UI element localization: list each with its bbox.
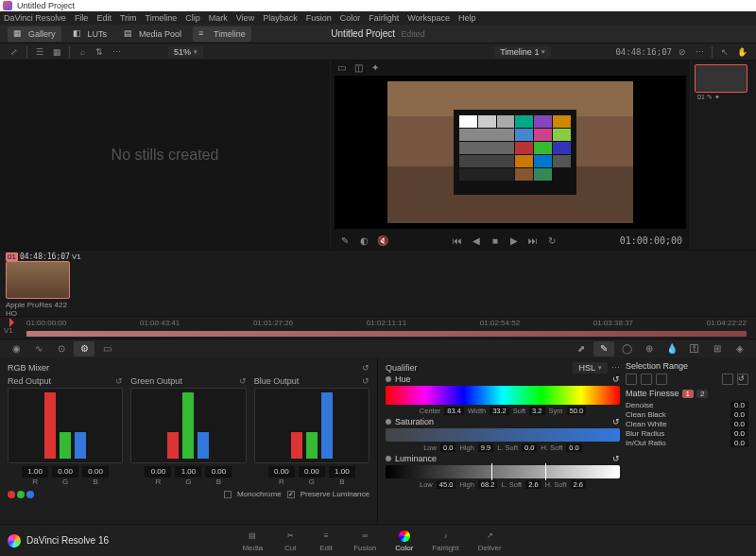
picker-sub-icon[interactable] bbox=[656, 374, 667, 385]
options2-icon[interactable]: ⋯ bbox=[693, 45, 706, 59]
menu-fusion[interactable]: Fusion bbox=[306, 13, 332, 23]
menu-playback[interactable]: Playback bbox=[263, 13, 298, 23]
stop-button[interactable]: ■ bbox=[489, 234, 502, 247]
mini-timeline[interactable]: 01:00:00:0001:00:43:4101:01:27:2601:02:1… bbox=[0, 316, 756, 339]
zoom-dropdown[interactable]: 51% bbox=[168, 46, 203, 58]
page-color[interactable]: Color bbox=[395, 530, 413, 552]
menu-edit[interactable]: Edit bbox=[96, 13, 112, 23]
loop-button[interactable]: ↻ bbox=[545, 234, 558, 247]
clip-thumbnail[interactable]: 0104:48:16;07V1 Apple ProRes 422 HQ bbox=[6, 252, 72, 318]
grid-icon[interactable]: ▦ bbox=[50, 45, 63, 59]
viewer-split-icon[interactable]: ◫ bbox=[352, 61, 365, 74]
curves-icon[interactable]: ∿ bbox=[28, 341, 49, 356]
page-fusion[interactable]: ∞Fusion bbox=[353, 530, 376, 552]
play-button[interactable]: ▶ bbox=[507, 234, 521, 247]
primaries-icon[interactable]: ◉ bbox=[6, 341, 26, 356]
menu-view[interactable]: View bbox=[236, 13, 254, 23]
preserve-lum-checkbox[interactable] bbox=[287, 491, 295, 498]
window-icon[interactable]: ◯ bbox=[616, 341, 637, 356]
menu-timeline[interactable]: Timeline bbox=[146, 13, 178, 23]
wipe-icon[interactable]: ◐ bbox=[357, 234, 370, 247]
menu-app[interactable]: DaVinci Resolve bbox=[4, 13, 66, 23]
menu-file[interactable]: File bbox=[75, 13, 89, 23]
page-edit[interactable]: ≡Edit bbox=[318, 530, 335, 552]
qualifier-icon[interactable]: ✎ bbox=[593, 341, 614, 356]
next-frame-button[interactable]: ⏭ bbox=[526, 234, 540, 247]
picker-tool-icon[interactable] bbox=[626, 374, 637, 385]
invert-icon[interactable] bbox=[722, 374, 733, 385]
first-frame-button[interactable]: ⏮ bbox=[451, 234, 464, 247]
node-01[interactable]: 01 ✎ ✦ bbox=[695, 64, 747, 93]
gallery-button[interactable]: ▦Gallery bbox=[8, 26, 61, 42]
green-bars[interactable] bbox=[130, 388, 246, 463]
sizing-icon[interactable]: ⊞ bbox=[707, 341, 728, 356]
pointer-icon[interactable]: ↖ bbox=[718, 45, 731, 59]
picker-add-icon[interactable] bbox=[641, 374, 652, 385]
qualifier-mode-dropdown[interactable]: HSL bbox=[573, 362, 608, 374]
blur-value[interactable]: 0.0 bbox=[730, 429, 748, 438]
page-fairlight[interactable]: ♪Fairlight bbox=[432, 530, 458, 552]
page-media[interactable]: ▤Media bbox=[242, 530, 263, 552]
reset-icon[interactable]: ↺ bbox=[362, 363, 369, 373]
master-timecode: 04:48:16;07 bbox=[615, 47, 672, 57]
saturation-gradient[interactable] bbox=[386, 428, 620, 442]
mediapool-button[interactable]: ▤Media Pool bbox=[118, 26, 187, 42]
luminance-gradient[interactable] bbox=[386, 465, 620, 478]
list-icon[interactable]: ☰ bbox=[33, 45, 46, 59]
ratio-value[interactable]: 0.0 bbox=[730, 439, 748, 447]
options-icon[interactable]: ⋯ bbox=[110, 45, 123, 59]
viewer-mode-icon[interactable]: ▭ bbox=[335, 61, 348, 74]
cleanwhite-value[interactable]: 0.0 bbox=[730, 420, 748, 428]
curves2-icon[interactable]: ⬈ bbox=[571, 341, 592, 356]
bypass-icon[interactable]: ⊘ bbox=[676, 45, 689, 59]
media-icon: ▤ bbox=[244, 530, 261, 543]
menu-clip[interactable]: Clip bbox=[185, 13, 200, 23]
luts-button[interactable]: ◧LUTs bbox=[67, 26, 113, 42]
menu-trim[interactable]: Trim bbox=[120, 13, 137, 23]
qualifier-panel: QualifierHSL⋯ Hue↺ Center83.4Width33.2So… bbox=[378, 357, 756, 524]
page-deliver[interactable]: ↗Deliver bbox=[478, 530, 502, 552]
edit-icon: ≡ bbox=[318, 530, 335, 543]
rgbmixer-icon[interactable]: ⚙ bbox=[74, 341, 94, 356]
node-panel: 01 ✎ ✦ bbox=[690, 61, 756, 250]
timeline-button[interactable]: ≡Timeline bbox=[193, 26, 251, 42]
app-logo-icon bbox=[8, 534, 21, 547]
hand-icon[interactable]: ✋ bbox=[735, 45, 748, 59]
search-icon[interactable]: ⌕ bbox=[76, 45, 89, 59]
reset-red-icon[interactable]: ↺ bbox=[115, 376, 123, 386]
wheels-icon[interactable]: ⊙ bbox=[51, 341, 72, 356]
sort-icon[interactable]: ⇅ bbox=[93, 45, 106, 59]
viewer[interactable] bbox=[335, 76, 686, 229]
menu-fairlight[interactable]: Fairlight bbox=[369, 13, 399, 23]
blue-bars[interactable] bbox=[254, 388, 369, 463]
expand-icon[interactable]: ⤢ bbox=[8, 45, 21, 59]
monochrome-checkbox[interactable] bbox=[224, 491, 232, 498]
reset-green-icon[interactable]: ↺ bbox=[239, 376, 247, 386]
viewer-highlight-icon[interactable]: ✦ bbox=[369, 61, 382, 74]
denoise-value[interactable]: 0.0 bbox=[730, 401, 748, 409]
menu-workspace[interactable]: Workspace bbox=[407, 13, 450, 23]
reset-sel-icon[interactable]: ↺ bbox=[737, 374, 748, 385]
reset-lum-icon[interactable]: ↺ bbox=[612, 454, 620, 463]
reset-blue-icon[interactable]: ↺ bbox=[362, 376, 369, 386]
page-cut[interactable]: ✂Cut bbox=[282, 530, 299, 552]
menu-mark[interactable]: Mark bbox=[209, 13, 228, 23]
menu-help[interactable]: Help bbox=[458, 13, 476, 23]
picker-icon[interactable]: ✎ bbox=[338, 234, 352, 247]
blur-icon[interactable]: 💧 bbox=[662, 341, 682, 356]
prev-frame-button[interactable]: ◀ bbox=[470, 234, 483, 247]
timeline-dropdown[interactable]: Timeline 1 bbox=[494, 46, 551, 58]
motion-icon[interactable]: ▭ bbox=[96, 341, 117, 356]
finesse-page-2[interactable]: 2 bbox=[696, 390, 708, 398]
menu-color[interactable]: Color bbox=[340, 13, 361, 23]
3d-icon[interactable]: ◈ bbox=[730, 341, 750, 356]
red-bars[interactable] bbox=[8, 388, 123, 463]
finesse-page-1[interactable]: 1 bbox=[682, 390, 694, 398]
key-icon[interactable]: ⚿ bbox=[684, 341, 705, 356]
mute-icon[interactable]: 🔇 bbox=[376, 234, 389, 247]
hue-gradient[interactable] bbox=[386, 386, 620, 405]
reset-hue-icon[interactable]: ↺ bbox=[612, 374, 620, 384]
tracker-icon[interactable]: ⊕ bbox=[639, 341, 660, 356]
reset-sat-icon[interactable]: ↺ bbox=[612, 417, 620, 426]
cleanblack-value[interactable]: 0.0 bbox=[730, 410, 748, 419]
